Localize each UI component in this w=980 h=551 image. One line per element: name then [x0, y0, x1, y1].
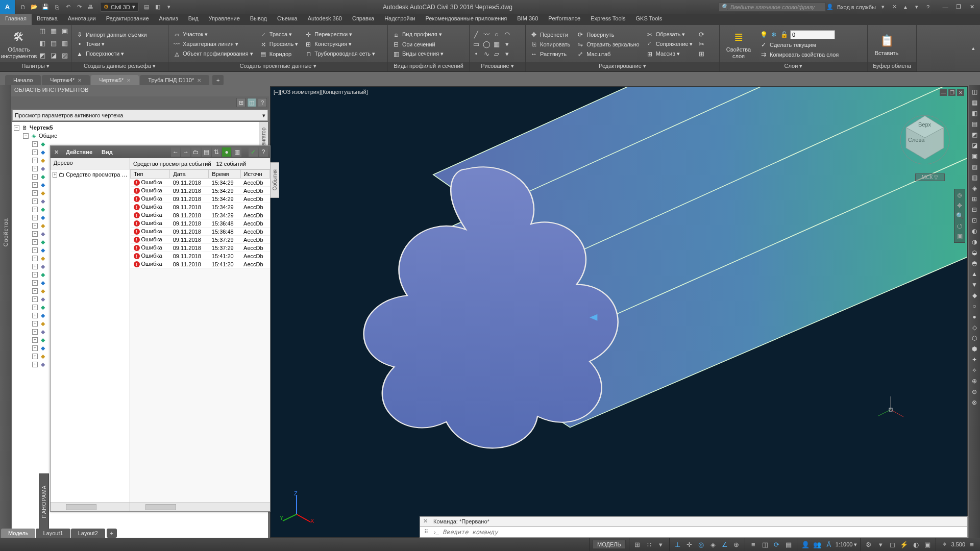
ribbon-tab[interactable]: Вид: [183, 14, 204, 25]
expand-icon[interactable]: +: [32, 141, 38, 147]
hw-icon[interactable]: ⚡: [899, 539, 909, 549]
ribbon-tab[interactable]: Анализ: [154, 14, 183, 25]
expand-icon[interactable]: +: [32, 337, 38, 343]
ribbon-tab[interactable]: Редактирование: [101, 14, 154, 25]
table-header[interactable]: Тип: [131, 170, 170, 179]
table-row[interactable]: !Ошибка09.11.201815:36:48AeccDb: [131, 228, 270, 236]
ribbon-item[interactable]: ⊓Трубопроводная сеть ▾: [302, 49, 377, 59]
ribbon-item[interactable]: ◬Объект профилирования ▾: [170, 49, 255, 59]
ribbon-item[interactable]: ▱Участок ▾: [170, 30, 255, 39]
expand-icon[interactable]: +: [32, 182, 38, 188]
ev-tree-tab[interactable]: Дерево: [51, 158, 130, 169]
ribbon-item[interactable]: ▥Виды сечения ▾: [390, 49, 446, 59]
rb-icon[interactable]: ▣: [970, 152, 979, 161]
rb-icon[interactable]: ◩: [970, 130, 979, 139]
nav-pan-icon[interactable]: ✥: [955, 201, 964, 210]
tree-child[interactable]: Общие: [39, 133, 57, 139]
print-icon[interactable]: 🖶: [86, 3, 95, 12]
redo-icon[interactable]: ↷: [75, 3, 84, 12]
expand-icon[interactable]: +: [32, 354, 38, 359]
polar-icon[interactable]: ✛: [684, 539, 695, 549]
event-viewer-close-icon[interactable]: ✕: [52, 147, 61, 157]
rb-icon[interactable]: ◑: [970, 237, 979, 246]
nav-orbit-icon[interactable]: ⭯: [955, 221, 964, 231]
qat-extra-icon[interactable]: ▤: [142, 3, 151, 12]
ribbon-item[interactable]: ⎘Копировать: [528, 40, 572, 49]
command-input[interactable]: [443, 529, 965, 536]
vp-close-icon[interactable]: ✕: [957, 89, 964, 96]
table-row[interactable]: !Ошибка09.11.201815:34:29AeccDb: [131, 179, 270, 187]
ev-tool2-icon[interactable]: ▤: [202, 147, 211, 157]
match-layer-button[interactable]: ⇉Копировать свойства слоя: [757, 50, 841, 59]
clean-icon[interactable]: ▣: [922, 539, 933, 549]
ts-icon-2[interactable]: ◫: [247, 98, 256, 107]
ribbon-tab[interactable]: Справка: [347, 14, 379, 25]
osnap-icon[interactable]: ◎: [696, 539, 706, 549]
rb-icon[interactable]: ◫: [970, 87, 979, 96]
properties-tab[interactable]: Свойства: [3, 218, 9, 246]
palette-icon-1[interactable]: ◫: [38, 26, 47, 35]
dropdown2-icon[interactable]: ▾: [502, 49, 511, 59]
table-row[interactable]: !Ошибка09.11.201815:34:29AeccDb: [131, 195, 270, 203]
qp-icon[interactable]: ▤: [783, 539, 794, 549]
workspace-selector[interactable]: Civil 3D▾: [100, 2, 139, 12]
layout-tab[interactable]: Модель: [1, 529, 35, 538]
rb-icon[interactable]: ⬢: [970, 344, 979, 354]
ev-side-tab[interactable]: События: [270, 162, 279, 198]
rb-icon[interactable]: ▤: [970, 119, 979, 129]
new-icon[interactable]: 🗋: [18, 3, 28, 12]
palette-icon-7[interactable]: ◩: [38, 51, 47, 60]
tab-close-icon[interactable]: ✕: [127, 78, 131, 83]
palette-icon-3[interactable]: ▣: [60, 26, 69, 35]
layout-tab[interactable]: Layout1: [36, 529, 70, 538]
rb-icon[interactable]: ◧: [970, 109, 979, 118]
ev-help-icon[interactable]: ?: [259, 147, 268, 157]
rb-icon[interactable]: ◆: [970, 291, 979, 300]
new-tab-button[interactable]: +: [212, 75, 224, 85]
toolspace-button[interactable]: 🛠 Область инструментов: [2, 26, 36, 62]
ev-ok-icon[interactable]: ✓: [249, 147, 258, 157]
maximize-button[interactable]: ❐: [952, 3, 965, 12]
nav-full-icon[interactable]: ⊚: [955, 191, 964, 200]
status-menu-icon[interactable]: ≡: [967, 539, 977, 549]
rb-icon[interactable]: ⊡: [970, 216, 979, 225]
line-icon[interactable]: ╱: [472, 30, 481, 39]
expand-icon[interactable]: +: [32, 256, 38, 261]
make-current-button[interactable]: ✓Сделать текущим: [757, 40, 841, 49]
ribbon-item[interactable]: ⇩Импорт данных съемки: [74, 30, 149, 39]
expand-icon[interactable]: −: [14, 125, 19, 131]
tab-close-icon[interactable]: ✕: [197, 78, 201, 83]
modify-extra2-icon[interactable]: ✂: [697, 40, 706, 49]
qat-extra2-icon[interactable]: ◧: [153, 3, 162, 12]
ellipse-icon[interactable]: ◯: [482, 40, 491, 49]
document-tab[interactable]: Начало: [5, 75, 41, 85]
expand-icon[interactable]: +: [32, 264, 38, 269]
palette-icon-2[interactable]: ▦: [49, 26, 58, 35]
ribbon-item[interactable]: 〰Характерная линия ▾: [170, 40, 255, 49]
signin-dropdown-icon[interactable]: ▾: [879, 3, 887, 11]
toolspace-filter-combo[interactable]: Просмотр параметров активного чертежа ▾: [12, 110, 268, 121]
app-logo[interactable]: A: [0, 0, 15, 14]
palettes-panel-title[interactable]: Палитры ▾: [0, 62, 71, 71]
point-icon[interactable]: •: [472, 49, 481, 59]
rb-icon[interactable]: ◇: [970, 323, 979, 332]
ribbon-tab[interactable]: Performance: [543, 14, 585, 25]
pline-icon[interactable]: 〰: [482, 30, 491, 39]
rb-icon[interactable]: ⊕: [970, 377, 979, 386]
ribbon-tab[interactable]: Надстройки: [379, 14, 420, 25]
rb-icon[interactable]: ▦: [970, 98, 979, 107]
cycling-icon[interactable]: ⟳: [772, 539, 782, 549]
ribbon-item[interactable]: ▤Коридор: [257, 49, 301, 59]
expand-icon[interactable]: +: [32, 166, 38, 171]
expand-icon[interactable]: +: [32, 149, 38, 155]
otrack-icon[interactable]: ∠: [720, 539, 730, 549]
ribbon-tab[interactable]: Вывод: [245, 14, 272, 25]
ortho-icon[interactable]: ⊥: [673, 539, 683, 549]
spline-icon[interactable]: ∿: [482, 49, 491, 59]
rb-icon[interactable]: ◒: [970, 248, 979, 257]
ev-tree-root[interactable]: Средство просмотра событий: [66, 171, 128, 178]
table-row[interactable]: !Ошибка09.11.201815:34:29AeccDb: [131, 187, 270, 195]
expand-icon[interactable]: +: [32, 207, 38, 212]
ribbon-item[interactable]: ◜Сопряжение ▾: [644, 40, 695, 49]
ev-list-scrollbar[interactable]: [130, 502, 270, 511]
